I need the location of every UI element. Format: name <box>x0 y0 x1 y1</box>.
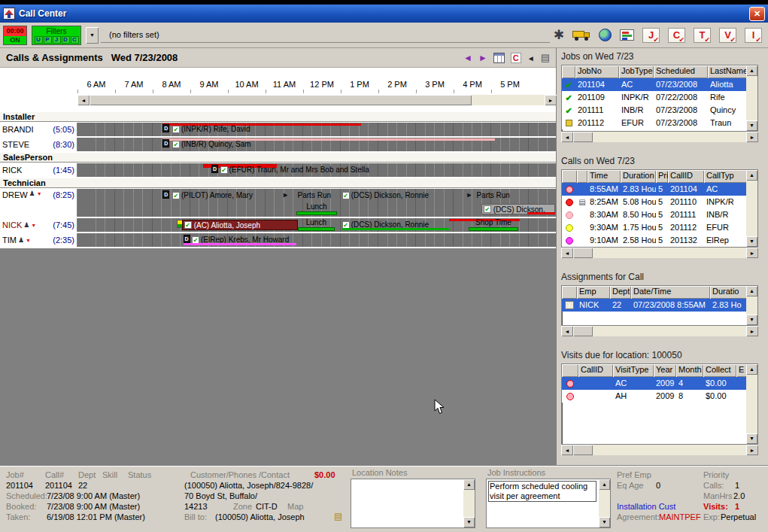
timeline-scrollbar[interactable]: ◄ ► <box>77 95 557 105</box>
clock-status-badge[interactable]: 00:00 ON <box>3 26 27 45</box>
scroll-right-button[interactable]: ► <box>545 95 557 105</box>
schedule-job-item[interactable]: ✔(PILOT) Amore, Mary <box>172 191 253 199</box>
scrollbar-track[interactable] <box>746 76 757 120</box>
greenbar-item[interactable]: Shop Time <box>469 219 518 231</box>
vertical-scrollbar[interactable] <box>746 65 757 131</box>
scrollbar-track[interactable] <box>593 248 746 258</box>
filters-badge[interactable]: Filters UPJDC <box>32 26 81 45</box>
scroll-down-button[interactable] <box>599 517 610 527</box>
scrollbar-track[interactable] <box>599 490 610 517</box>
schedule-job-item[interactable]: ✔(DCS) Dickson, Ronnie <box>342 191 429 199</box>
employee-timeline[interactable]: D✔(ElRep) Krebs, Mr Howard <box>77 233 556 247</box>
scrollbar-track[interactable] <box>746 296 757 315</box>
table-row[interactable]: 8:55AM2.83 Hou5201104AC <box>562 183 757 196</box>
scroll-right-button[interactable]: ► <box>746 248 758 258</box>
scrollbar-track[interactable] <box>593 326 746 336</box>
scrollbar-thumb[interactable] <box>573 445 593 455</box>
calendar-icon[interactable] <box>493 53 505 63</box>
jobs-hscroll[interactable]: ◄ ► <box>561 132 758 142</box>
back-arrow-icon[interactable] <box>527 53 535 62</box>
table-row[interactable]: ✔201111INB/R07/23/2008Quincy <box>562 104 757 117</box>
table-header-cell[interactable]: LastName <box>708 65 748 78</box>
scroll-up-button[interactable] <box>746 170 757 181</box>
scroll-left-button[interactable]: ◄ <box>561 248 573 258</box>
scroll-left-button[interactable]: ◄ <box>77 95 90 105</box>
schedule-job-item[interactable]: Parts Run <box>298 191 331 199</box>
employee-cell[interactable]: NICK♟▼(7:45) <box>0 218 77 232</box>
close-button[interactable]: ✕ <box>749 7 765 21</box>
table-row[interactable]: 1NICK2207/23/2008 8:55AM2.83 Ho <box>562 299 757 312</box>
scrollbar-track[interactable] <box>746 181 757 236</box>
table-row[interactable]: 201112EFUR07/23/2008Traun <box>562 117 757 129</box>
table-header-cell[interactable]: Year <box>654 364 676 377</box>
table-header-cell[interactable] <box>562 286 577 299</box>
scroll-left-button[interactable]: ◄ <box>561 445 573 455</box>
schedule-job-item[interactable]: ✔(INB/R) Quincy, Sam <box>172 140 251 148</box>
table-header-cell[interactable]: CallTyp <box>704 170 748 183</box>
scroll-right-button[interactable]: ► <box>746 326 758 336</box>
table-header-cell[interactable]: Dept <box>610 286 631 299</box>
vertical-scrollbar[interactable] <box>599 479 610 527</box>
scroll-up-button[interactable] <box>746 364 757 375</box>
table-header-cell[interactable]: Collect <box>703 364 736 377</box>
table-header-cell[interactable]: JobNo <box>575 65 619 78</box>
globe-icon[interactable] <box>599 29 612 41</box>
calendar-v-icon[interactable]: V <box>719 28 736 43</box>
table-header-cell[interactable]: CallID <box>578 364 613 377</box>
employee-cell[interactable]: TIM♟▼(2:35) <box>0 233 77 247</box>
table-row[interactable]: 8:30AM8.50 Hou5201111INB/R <box>562 208 757 221</box>
table-row[interactable]: AC20094$0.00 <box>562 377 757 390</box>
schedule-job-item[interactable]: ✔(INPK/R) Rife, David <box>172 125 250 133</box>
employee-cell[interactable]: BRANDI(5:05) <box>0 123 77 136</box>
scrollbar-thumb[interactable] <box>573 326 593 336</box>
map-link[interactable]: Map <box>287 502 303 511</box>
scrollbar-track[interactable] <box>463 490 475 517</box>
scrollbar-track[interactable] <box>746 375 757 433</box>
scroll-down-button[interactable] <box>746 315 757 325</box>
greenbar-item[interactable]: Lunch <box>296 203 336 215</box>
scrollbar-thumb[interactable] <box>90 95 472 105</box>
scroll-right-button[interactable]: ► <box>746 445 758 455</box>
location-notes-field[interactable] <box>351 479 475 528</box>
refresh-c-icon[interactable]: C <box>511 53 521 63</box>
assignments-hscroll[interactable]: ◄ ► <box>561 326 758 336</box>
table-header-cell[interactable]: VisitType <box>613 364 654 377</box>
table-row[interactable]: 9:30AM1.75 Hou5201112EFUR <box>562 221 757 234</box>
scroll-down-button[interactable] <box>463 517 475 527</box>
dispatch-board-icon[interactable] <box>620 29 634 41</box>
visits-hscroll[interactable]: ◄ ► <box>561 445 758 455</box>
table-row[interactable]: ✔201109INPK/R07/22/2008Rife <box>562 91 757 104</box>
employee-timeline[interactable]: D✔(PILOT) Amore, Mary►Parts Run✔(DCS) Di… <box>77 189 556 217</box>
scroll-down-button[interactable] <box>746 120 757 131</box>
scroll-up-button[interactable] <box>599 479 610 490</box>
table-header-cell[interactable] <box>577 170 587 183</box>
schedule-job-item[interactable]: ✔(EFUR) Traun, Mr and Mrs Bob and Stella <box>220 166 369 174</box>
vertical-scrollbar[interactable] <box>746 170 757 247</box>
darkbar-item[interactable]: ✔(DCS) Dickson, <box>481 204 555 214</box>
scroll-left-button[interactable]: ◄ <box>561 326 573 336</box>
employee-timeline[interactable]: D✔(INPK/R) Rife, David <box>77 123 556 136</box>
scroll-up-button[interactable] <box>746 65 757 76</box>
scrollbar-track[interactable] <box>90 95 545 105</box>
selbar-item[interactable]: ✔(AC) Aliotta, Joseph <box>182 220 299 230</box>
scroll-up-button[interactable] <box>746 286 757 296</box>
calendar-c-icon[interactable]: C <box>668 28 685 43</box>
table-header-cell[interactable]: Duration <box>621 170 656 183</box>
titlebar[interactable]: Call Center ✕ <box>0 5 768 23</box>
employee-cell[interactable]: DREW♟▼(8:25) <box>0 189 77 217</box>
table-row[interactable]: ✔201104AC07/23/2008Aliotta <box>562 78 757 91</box>
table-row[interactable]: 9:10AM2.58 Hou5201132ElRep <box>562 234 757 247</box>
scroll-left-button[interactable]: ◄ <box>561 132 573 142</box>
calendar-t-icon[interactable]: T <box>694 28 711 43</box>
table-header-cell[interactable] <box>562 65 575 78</box>
scroll-down-button[interactable] <box>746 433 757 444</box>
table-header-cell[interactable]: Date/Time <box>631 286 710 299</box>
filters-dropdown-button[interactable] <box>86 27 99 44</box>
employee-timeline[interactable]: D✔(INB/R) Quincy, Sam <box>77 138 556 151</box>
calls-hscroll[interactable]: ◄ ► <box>561 248 758 258</box>
next-day-icon[interactable] <box>478 53 487 63</box>
scrollbar-track[interactable] <box>593 132 746 142</box>
calendar-j-icon[interactable]: J <box>642 28 660 43</box>
vertical-scrollbar[interactable] <box>463 479 475 527</box>
schedule-job-item[interactable]: ✔(DCS) Dickson, Ronnie <box>342 220 429 229</box>
